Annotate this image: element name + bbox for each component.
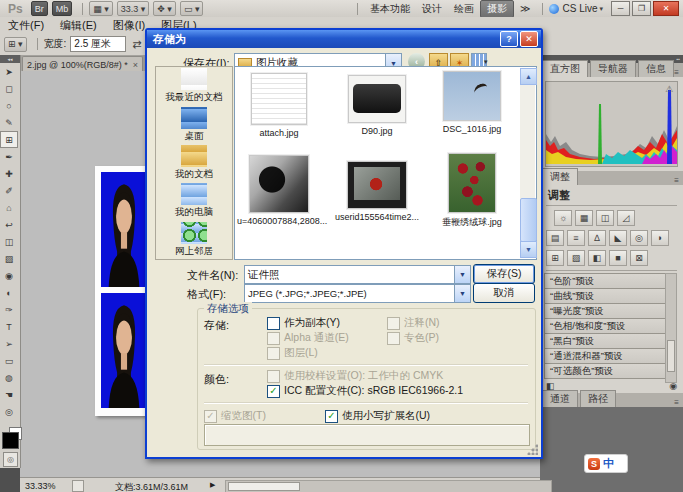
eraser-tool[interactable]: ◫: [0, 233, 18, 250]
file-list-scrollbar[interactable]: ▲ ▼: [520, 68, 535, 258]
dropdown-arrow-icon[interactable]: [454, 266, 470, 283]
workspace-design[interactable]: 设计: [416, 1, 448, 17]
preset-channel-mixer[interactable]: “通道混和器”预设: [544, 349, 666, 364]
workspace-photography[interactable]: 摄影: [480, 0, 514, 18]
rectangle-tool[interactable]: ▭: [0, 352, 18, 369]
checkbox-checked-icon[interactable]: [267, 385, 280, 398]
view-extras-button[interactable]: ✥ ▾: [153, 1, 176, 16]
hand-tool[interactable]: ☚: [0, 386, 18, 403]
history-brush-tool[interactable]: ↩: [0, 216, 18, 233]
dialog-close-button[interactable]: ✕: [520, 31, 538, 47]
panel-menu-icon[interactable]: ≡: [674, 176, 683, 185]
place-network[interactable]: 网上邻居: [158, 221, 230, 259]
filename-combobox[interactable]: 证件照: [244, 265, 471, 284]
preset-levels[interactable]: “色阶”预设: [544, 273, 666, 289]
path-selection-tool[interactable]: ➢: [0, 335, 18, 352]
move-tool[interactable]: ➤: [0, 63, 18, 80]
zoom-percentage[interactable]: 33.33%: [25, 481, 56, 491]
place-my-computer[interactable]: 我的电脑: [158, 182, 230, 220]
bridge-button[interactable]: Br: [31, 1, 48, 16]
restore-button[interactable]: ❐: [632, 1, 651, 16]
3d-rotate-tool[interactable]: ◍: [0, 369, 18, 386]
tab-info[interactable]: 信息: [638, 60, 674, 77]
tab-navigator[interactable]: 导航器: [590, 60, 636, 77]
rectangular-marquee-tool[interactable]: ◻: [0, 80, 18, 97]
preset-exposure[interactable]: “曝光度”预设: [544, 304, 666, 319]
type-tool[interactable]: T: [0, 318, 18, 335]
channel-mixer-icon[interactable]: ◗: [651, 230, 669, 246]
tab-adjustments[interactable]: 调整: [542, 168, 578, 185]
mini-bridge-button[interactable]: Mb: [52, 1, 73, 16]
horizontal-scrollbar[interactable]: [225, 480, 552, 492]
threshold-icon[interactable]: ◧: [588, 250, 606, 266]
tab-channels[interactable]: 通道: [542, 390, 578, 407]
color-balance-icon[interactable]: ∆: [588, 230, 606, 246]
brush-tool[interactable]: ✐: [0, 182, 18, 199]
format-combobox[interactable]: JPEG (*.JPG;*.JPEG;*.JPE): [244, 284, 471, 303]
cs-live-dropdown-arrow[interactable]: ▾: [599, 5, 603, 13]
horizontal-scrollbar-thumb[interactable]: [228, 482, 300, 491]
dropdown-arrow-icon[interactable]: [454, 285, 470, 302]
icc-profile-checkbox[interactable]: ICC 配置文件(C): sRGB IEC61966-2.1: [267, 384, 463, 398]
tool-preset-picker[interactable]: ⊞ ▾: [4, 37, 27, 52]
selective-color-icon[interactable]: ⊠: [630, 250, 648, 266]
ime-toolbar[interactable]: S 中: [584, 454, 628, 473]
tab-histogram[interactable]: 直方图: [542, 60, 588, 77]
minimize-button[interactable]: ─: [611, 1, 630, 16]
invert-icon[interactable]: ⊞: [546, 250, 564, 266]
zoom-level-control[interactable]: 33.3 ▾: [117, 1, 150, 16]
exposure-icon[interactable]: ◿: [617, 210, 635, 226]
curves-icon[interactable]: ◫: [596, 210, 614, 226]
photo-filter-icon[interactable]: ◎: [630, 230, 648, 246]
sogou-icon[interactable]: S: [588, 458, 600, 470]
preset-selective-color[interactable]: “可选颜色”预设: [544, 364, 666, 379]
eyedropper-tool[interactable]: ✒: [0, 148, 18, 165]
document-tab[interactable]: 2.jpg @ 100%(RGB/8#) * ×: [22, 56, 143, 72]
status-popup-arrow[interactable]: ▶: [210, 481, 215, 489]
gradient-map-icon[interactable]: ■: [609, 250, 627, 266]
dialog-title-bar[interactable]: 存储为 ? ✕: [147, 30, 541, 48]
presets-scrollbar-thumb[interactable]: [667, 340, 675, 372]
posterize-icon[interactable]: ▨: [567, 250, 585, 266]
panel-menu-icon[interactable]: ≡: [674, 398, 683, 407]
scroll-up-icon[interactable]: ▲: [520, 68, 537, 85]
view-menu-arrow-icon[interactable]: ▾: [484, 58, 488, 66]
tab-paths[interactable]: 路径: [580, 390, 616, 407]
zoom-tool[interactable]: ◎: [0, 403, 18, 420]
file-item[interactable]: DSC_1016.jpg: [430, 71, 514, 134]
blur-tool[interactable]: ◉: [0, 267, 18, 284]
close-button[interactable]: ✕: [653, 1, 679, 16]
pen-tool[interactable]: ✑: [0, 301, 18, 318]
levels-icon[interactable]: ▦: [575, 210, 593, 226]
preset-hue-saturation[interactable]: “色相/饱和度”预设: [544, 319, 666, 334]
place-my-documents[interactable]: 我的文档: [158, 144, 230, 182]
cs-live-button[interactable]: CS Live: [562, 3, 597, 14]
file-item[interactable]: D90.jpg: [335, 75, 419, 136]
crop-width-input[interactable]: 2.5 厘米: [70, 36, 126, 52]
histogram-warning-icon[interactable]: ⚠: [665, 84, 673, 94]
dodge-tool[interactable]: ◐: [0, 284, 18, 301]
menu-edit[interactable]: 编辑(E): [52, 16, 105, 35]
file-list-scrollbar-thumb[interactable]: [520, 198, 537, 242]
scroll-down-icon[interactable]: ▼: [520, 241, 537, 258]
place-desktop[interactable]: 桌面: [158, 106, 230, 144]
app-layout-button[interactable]: ▦ ▾: [89, 1, 113, 16]
panel-menu-icon[interactable]: ≡: [674, 68, 683, 77]
tools-panel-header[interactable]: ◂◂: [0, 55, 20, 63]
clone-stamp-tool[interactable]: ⌂: [0, 199, 18, 216]
quick-selection-tool[interactable]: ✎: [0, 114, 18, 131]
ime-language-indicator[interactable]: 中: [603, 456, 614, 471]
file-item[interactable]: attach.jpg: [237, 73, 321, 138]
checkbox-checked-icon[interactable]: [325, 410, 338, 423]
spot-healing-brush-tool[interactable]: ✚: [0, 165, 18, 182]
presets-scrollbar[interactable]: [665, 273, 677, 383]
workspace-painting[interactable]: 绘画: [448, 1, 480, 17]
file-item[interactable]: userid155564time2...: [335, 161, 419, 222]
workspace-overflow-button[interactable]: ≫: [514, 2, 536, 15]
cancel-button[interactable]: 取消: [473, 283, 535, 303]
preset-curves[interactable]: “曲线”预设: [544, 289, 666, 304]
checkbox-icon[interactable]: [267, 317, 280, 330]
lasso-tool[interactable]: ○: [0, 97, 18, 114]
crop-tool[interactable]: ⊞: [0, 131, 18, 148]
brightness-contrast-icon[interactable]: ☼: [554, 210, 572, 226]
